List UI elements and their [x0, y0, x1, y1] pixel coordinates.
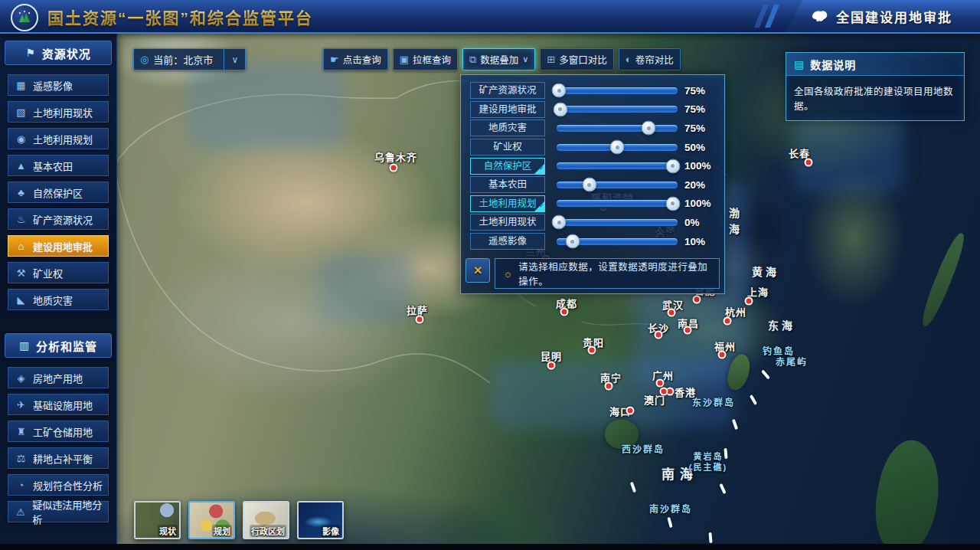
sidebar-item[interactable]: ◣地质灾害 — [8, 289, 109, 310]
map-style-thumbnail[interactable]: 影像 — [297, 501, 344, 539]
bottom-edge — [0, 544, 980, 550]
app-root: 乌鲁木齐长春呼和浩特太原兰州郑州合肥上海杭州武汉成都拉萨长沙南昌贵阳昆明福州南宁… — [0, 0, 980, 550]
layer-toggle-button[interactable]: 矿业权 — [470, 139, 545, 156]
sidebar-item[interactable]: ▦遥感影像 — [8, 74, 109, 96]
layer-toggle-button[interactable]: 地质灾害 — [470, 119, 545, 136]
city-marker — [416, 316, 424, 324]
sidebar-item-label: 遥感影像 — [33, 78, 73, 93]
slider-handle[interactable] — [665, 159, 680, 173]
toolbar-button[interactable]: ▣拉框查询 — [393, 48, 458, 70]
sidebar-item-label: 土地利用现状 — [33, 105, 93, 119]
city-marker — [390, 164, 398, 172]
opacity-slider[interactable] — [556, 199, 678, 208]
sidebar-item-label: 土地利用规划 — [33, 132, 93, 146]
sidebar-item[interactable]: ⌂建设用地审批 — [8, 235, 109, 257]
sidebar-item-label: 矿业权 — [33, 266, 63, 280]
sidebar-item-label: 地质灾害 — [33, 293, 73, 307]
sidebar-item-label: 建设用地审批 — [33, 239, 93, 254]
data-overlay-panel: 矿产资源状况75%建设用地审批75%地质灾害75%矿业权50%自然保护区100%… — [460, 74, 725, 294]
layer-overlay-patch — [318, 253, 413, 323]
map-label: 黄海 — [752, 264, 779, 279]
sidebar-item[interactable]: ⚖耕地占补平衡 — [8, 447, 109, 469]
layer-toggle-button[interactable]: 自然保护区 — [470, 158, 545, 175]
slider-handle[interactable] — [552, 83, 567, 98]
sidebar-group-label: 分析和监管 — [36, 338, 97, 354]
sidebar-item[interactable]: ⚠疑似违法用地分析 — [8, 501, 109, 522]
sidebar-item[interactable]: ⚒矿业权 — [8, 262, 109, 283]
illegal-analysis-icon: ⚠ — [15, 506, 26, 518]
toolbar-button[interactable]: ⧉数据叠加∨ — [462, 48, 535, 70]
china-map-icon — [810, 9, 828, 23]
thumbnail-label: 行政区划 — [250, 525, 286, 537]
slider-handle[interactable] — [610, 140, 625, 155]
layer-toggle-button[interactable]: 基本农田 — [470, 176, 545, 193]
toolbar-button[interactable]: ◐卷帘对比 — [619, 48, 681, 70]
layer-toggle-button[interactable]: 建设用地审批 — [470, 101, 545, 118]
toolbar-buttons: ☛点击查询▣拉框查询⧉数据叠加∨⊞多窗口对比◐卷帘对比 — [323, 48, 681, 70]
slider-handle[interactable] — [565, 234, 580, 249]
map-style-thumbnail[interactable]: 规划 — [188, 501, 235, 539]
layer-toggle-button[interactable]: 土地利用现状 — [470, 214, 545, 231]
opacity-slider[interactable] — [556, 237, 678, 246]
opacity-slider[interactable] — [556, 105, 678, 113]
sidebar-item[interactable]: ♜工矿仓储用地 — [8, 421, 109, 442]
city-marker — [547, 362, 556, 370]
sidebar-item[interactable]: ▲基本农田 — [8, 155, 109, 176]
land-plan-icon: ◉ — [15, 133, 27, 145]
balance-icon: ⚖ — [15, 453, 27, 464]
slider-handle[interactable] — [665, 196, 680, 211]
layer-row: 矿产资源状况75% — [461, 81, 724, 100]
nature-reserve-icon: ♣ — [15, 187, 27, 198]
module-title: 全国建设用地审批 — [836, 7, 952, 26]
close-button[interactable]: × — [466, 258, 490, 283]
map-style-thumbnail[interactable]: 现状 — [134, 501, 181, 539]
slider-handle[interactable] — [553, 102, 567, 116]
city-marker — [626, 407, 635, 415]
opacity-slider[interactable] — [556, 124, 678, 133]
sidebar-item[interactable]: ◉土地利用规划 — [8, 128, 109, 149]
sidebar-item[interactable]: ◈房地产用地 — [8, 367, 109, 388]
slider-handle[interactable] — [552, 215, 567, 230]
city-marker — [656, 379, 665, 388]
slider-handle[interactable] — [582, 178, 596, 192]
sidebar: ⚑资源状况▦遥感影像▧土地利用现状◉土地利用规划▲基本农田♣自然保护区♨矿产资源… — [0, 32, 117, 544]
bulb-icon: ☼ — [503, 267, 513, 280]
opacity-slider[interactable] — [556, 218, 678, 227]
slider-handle[interactable] — [642, 121, 656, 136]
layer-row: 土地利用现状0% — [461, 213, 724, 232]
data-description-header: ▤ 数据说明 — [786, 53, 964, 76]
chevron-down-icon[interactable]: ∨ — [224, 49, 245, 70]
toolbar-button[interactable]: ☛点击查询 — [323, 48, 388, 70]
sidebar-item[interactable]: ▧土地利用现状 — [8, 101, 109, 123]
city-label: 拉萨 — [407, 303, 428, 317]
sidebar-item-label: 基本农田 — [33, 159, 73, 173]
sidebar-item[interactable]: ✈基础设施用地 — [8, 394, 109, 415]
sidebar-item[interactable]: ◔规划符合性分析 — [8, 474, 109, 496]
layer-toggle-button[interactable]: 矿产资源状况 — [470, 82, 545, 99]
thumbnail-label: 影像 — [321, 525, 341, 537]
app-header: 国土资源“一张图”和综合监管平台 全国建设用地审批 — [0, 0, 980, 34]
opacity-slider[interactable] — [556, 162, 678, 170]
data-description-title: 数据说明 — [810, 57, 856, 72]
opacity-slider[interactable] — [556, 181, 678, 189]
layer-toggle-button[interactable]: 土地利用规划 — [470, 195, 545, 212]
box-query-icon: ▣ — [400, 54, 409, 65]
toolbar-button[interactable]: ⊞多窗口对比 — [540, 48, 613, 70]
layer-row: 建设用地审批75% — [461, 100, 724, 119]
sidebar-item-label: 基础设施用地 — [33, 398, 93, 412]
opacity-slider[interactable] — [556, 87, 678, 95]
current-module-banner: 全国建设用地审批 — [782, 0, 980, 32]
city-marker — [684, 326, 692, 335]
map-label: 赤尾屿 — [776, 355, 808, 368]
opacity-slider[interactable] — [556, 143, 678, 152]
map-style-thumbnail[interactable]: 行政区划 — [243, 501, 289, 539]
layer-toggle-button[interactable]: 遥感影像 — [470, 233, 545, 250]
toolbar-button-label: 拉框查询 — [413, 52, 451, 67]
opacity-value: 75% — [684, 85, 715, 97]
sidebar-item[interactable]: ♨矿产资源状况 — [8, 208, 109, 230]
region-selector[interactable]: ◎ 当前：北京市 ∨ — [133, 48, 246, 70]
pin-icon: ◎ — [140, 54, 149, 65]
sidebar-item[interactable]: ♣自然保护区 — [8, 182, 109, 203]
panel-hint-text: 请选择相应数据，设置数据透明度进行叠加操作。 — [518, 259, 711, 288]
thumbnails-bar: 现状规划行政区划影像 — [134, 501, 344, 539]
